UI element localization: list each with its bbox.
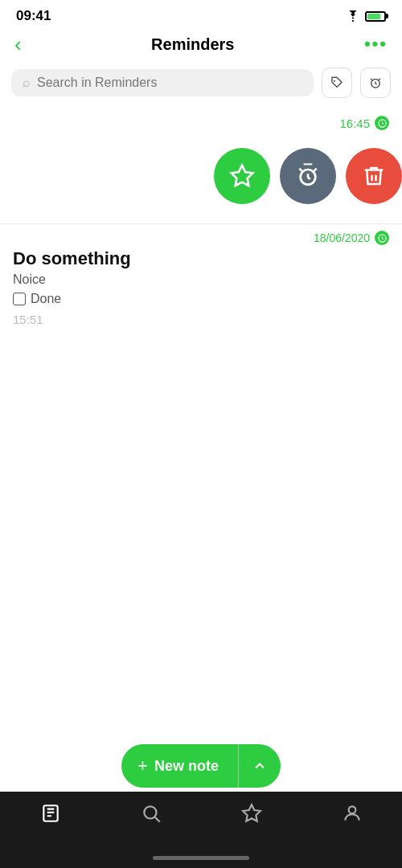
svg-point-1 <box>334 80 335 82</box>
note-checkbox-row: Done <box>13 292 389 306</box>
note-subtitle: Noice <box>13 272 389 287</box>
search-row: ⌕ <box>0 63 402 103</box>
star-button[interactable] <box>214 148 270 204</box>
wifi-icon <box>346 10 360 22</box>
home-indicator <box>153 856 249 860</box>
search-nav-icon <box>141 803 162 824</box>
more-button[interactable]: ••• <box>364 34 388 55</box>
status-icons <box>346 10 386 22</box>
status-bar: 09:41 <box>0 0 402 29</box>
tag-filter-button[interactable] <box>322 68 352 98</box>
star-nav-icon <box>241 803 262 824</box>
star-icon <box>229 163 255 189</box>
note-item[interactable]: 18/06/2020 Do something Noice Done 15:51 <box>0 231 402 342</box>
alarm-set-icon <box>295 163 321 189</box>
note-title: Do something <box>13 248 389 269</box>
swipe-time: 16:45 <box>339 117 370 130</box>
svg-line-9 <box>154 817 159 822</box>
done-label: Done <box>31 292 61 306</box>
delete-button[interactable] <box>346 148 402 204</box>
svg-point-11 <box>348 806 355 813</box>
alarm-icon <box>368 76 383 90</box>
nav-item-search[interactable] <box>141 803 162 824</box>
chevron-up-icon <box>252 758 268 774</box>
note-time: 15:51 <box>13 313 389 342</box>
note-date: 18/06/2020 <box>314 231 370 244</box>
bottom-nav <box>0 792 402 868</box>
swipe-card: 16:45 <box>0 109 402 217</box>
note-date-row: 18/06/2020 <box>13 231 389 245</box>
alarm-filter-button[interactable] <box>360 68 391 98</box>
nav-item-favorites[interactable] <box>241 803 262 824</box>
profile-icon <box>342 803 363 824</box>
alarm-button[interactable] <box>280 148 336 204</box>
swipe-clock-badge <box>375 116 389 130</box>
notes-icon <box>40 803 61 824</box>
fab-main: + New note <box>121 755 238 776</box>
note-clock-icon <box>378 234 387 243</box>
header: ‹ Reminders ••• <box>0 29 402 63</box>
trash-icon <box>362 164 386 188</box>
status-time: 09:41 <box>16 8 51 24</box>
tag-icon <box>330 76 344 90</box>
back-button[interactable]: ‹ <box>14 34 22 55</box>
svg-point-0 <box>352 20 354 22</box>
svg-marker-10 <box>243 805 260 821</box>
divider <box>0 223 402 224</box>
fab-plus-icon: + <box>137 755 148 776</box>
note-date-badge <box>375 231 389 245</box>
svg-point-8 <box>144 806 156 818</box>
check-clock-icon <box>378 119 387 128</box>
action-buttons <box>0 135 402 217</box>
search-input[interactable] <box>37 76 302 90</box>
battery-icon <box>365 11 386 22</box>
search-actions <box>322 68 391 98</box>
swipe-time-row: 16:45 <box>0 109 402 135</box>
new-note-button[interactable]: + New note <box>121 744 281 788</box>
search-icon: ⌕ <box>23 76 31 90</box>
fab-label: New note <box>154 758 219 775</box>
nav-item-profile[interactable] <box>342 803 363 824</box>
nav-item-notes[interactable] <box>40 803 61 824</box>
search-input-wrap[interactable]: ⌕ <box>11 69 314 96</box>
done-checkbox[interactable] <box>13 293 26 305</box>
svg-marker-4 <box>232 166 253 186</box>
fab-chevron[interactable] <box>239 758 281 774</box>
page-title: Reminders <box>151 35 234 54</box>
fab-area: + New note <box>0 744 402 788</box>
